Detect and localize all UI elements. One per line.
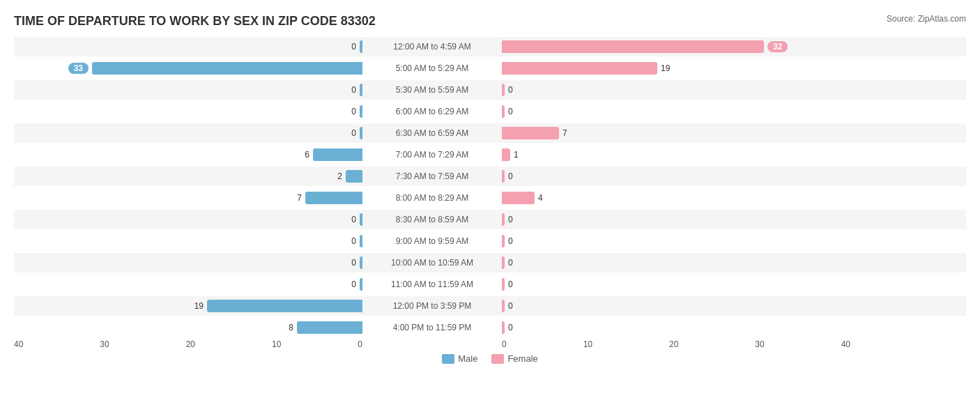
bar-right-wrap: 0 — [502, 84, 850, 96]
bar-right-wrap: 0 — [502, 278, 850, 291]
female-value: 0 — [508, 236, 523, 246]
legend-male: Male — [442, 353, 477, 364]
male-bar — [92, 62, 362, 75]
male-value: 0 — [341, 279, 356, 289]
table-row: 8 4:00 PM to 11:59 PM 0 — [14, 318, 966, 337]
table-row: 0 6:30 AM to 6:59 AM 7 — [14, 123, 966, 143]
axis-right-label: 10 — [583, 339, 592, 349]
female-value: 0 — [508, 215, 523, 224]
bar-right-wrap: 0 — [502, 213, 850, 226]
bar-left-wrap: 8 — [14, 321, 362, 334]
female-bar — [502, 127, 559, 139]
legend-male-box — [442, 354, 454, 364]
female-value: 0 — [508, 85, 523, 95]
bar-left-wrap: 0 — [14, 278, 362, 291]
bar-left-wrap: 33 — [14, 62, 362, 75]
female-value: 7 — [562, 128, 578, 138]
bar-left-wrap: 0 — [14, 256, 362, 269]
bar-left-wrap: 0 — [14, 235, 362, 247]
bar-right-wrap: 7 — [502, 127, 850, 139]
table-row: 0 8:30 AM to 8:59 AM 0 — [14, 210, 966, 229]
legend-female-box — [491, 354, 504, 364]
legend-female: Female — [491, 353, 537, 364]
row-label: 4:00 PM to 11:59 PM — [362, 323, 502, 332]
female-value: 0 — [508, 171, 523, 181]
female-bar — [502, 105, 505, 118]
row-label: 6:00 AM to 6:29 AM — [362, 107, 502, 116]
axis-right: 010203040 — [502, 339, 850, 349]
table-row: 33 5:00 AM to 5:29 AM 19 — [14, 59, 966, 78]
male-value: 0 — [341, 42, 356, 52]
table-row: 0 6:00 AM to 6:29 AM 0 — [14, 102, 966, 121]
female-bar — [502, 256, 505, 269]
female-value: 0 — [508, 107, 523, 116]
bar-right-wrap: 0 — [502, 170, 850, 183]
row-label: 5:00 AM to 5:29 AM — [362, 63, 502, 73]
female-bar — [502, 300, 505, 312]
male-bar — [305, 192, 362, 204]
bar-left-wrap: 0 — [14, 40, 362, 53]
male-bar — [313, 148, 362, 161]
axis-left-label: 0 — [358, 339, 362, 349]
axis-right-label: 0 — [502, 339, 507, 349]
axis-left-label: 30 — [100, 339, 109, 349]
female-bar — [502, 235, 505, 247]
row-label: 10:00 AM to 10:59 AM — [362, 258, 502, 268]
male-value: 0 — [341, 215, 356, 224]
table-row: 0 9:00 AM to 9:59 AM 0 — [14, 231, 966, 251]
bar-right-wrap: 4 — [502, 192, 850, 204]
male-value: 0 — [341, 85, 356, 95]
bar-right-wrap: 1 — [502, 148, 850, 161]
female-bar — [502, 213, 505, 226]
female-bar — [502, 40, 764, 53]
bar-right-wrap: 0 — [502, 300, 850, 312]
female-value: 0 — [508, 279, 523, 289]
axis-right-label: 30 — [755, 339, 764, 349]
bar-left-wrap: 7 — [14, 192, 362, 204]
bar-right-wrap: 0 — [502, 256, 850, 269]
axis-left-label: 40 — [14, 339, 23, 349]
table-row: 0 11:00 AM to 11:59 AM 0 — [14, 275, 966, 294]
axis-right-label: 20 — [669, 339, 678, 349]
row-label: 8:00 AM to 8:29 AM — [362, 193, 502, 203]
source-text: Source: ZipAtlas.com — [887, 14, 966, 24]
male-value: 19 — [188, 301, 204, 311]
table-row: 0 10:00 AM to 10:59 AM 0 — [14, 253, 966, 273]
chart-title: TIME OF DEPARTURE TO WORK BY SEX IN ZIP … — [14, 14, 966, 29]
bar-left-wrap: 6 — [14, 148, 362, 161]
legend-male-label: Male — [458, 353, 477, 364]
female-bar — [502, 278, 505, 291]
row-label: 5:30 AM to 5:59 AM — [362, 85, 502, 95]
female-bar — [502, 84, 505, 96]
female-bar — [502, 62, 657, 75]
bar-right-wrap: 0 — [502, 235, 850, 247]
bar-right-wrap: 0 — [502, 321, 850, 334]
axis-left: 403020100 — [14, 339, 362, 349]
female-value: 0 — [508, 258, 523, 268]
bar-right-wrap: 0 — [502, 105, 850, 118]
row-label: 11:00 AM to 11:59 AM — [362, 279, 502, 289]
axis-left-label: 20 — [186, 339, 195, 349]
female-bar — [502, 170, 505, 183]
bar-left-wrap: 19 — [14, 300, 362, 312]
female-bar — [502, 321, 505, 334]
legend: Male Female — [14, 353, 966, 364]
male-value: 8 — [278, 323, 293, 332]
row-label: 8:30 AM to 8:59 AM — [362, 215, 502, 224]
legend-female-label: Female — [507, 353, 537, 364]
row-label: 9:00 AM to 9:59 AM — [362, 236, 502, 246]
row-label: 7:00 AM to 7:29 AM — [362, 150, 502, 160]
bar-left-wrap: 0 — [14, 105, 362, 118]
male-value: 7 — [286, 193, 302, 203]
bar-right-wrap: 32 — [502, 40, 850, 53]
bar-left-wrap: 0 — [14, 213, 362, 226]
row-label: 7:30 AM to 7:59 AM — [362, 171, 502, 181]
male-badge: 33 — [68, 63, 89, 74]
male-bar — [346, 170, 362, 183]
table-row: 19 12:00 PM to 3:59 PM 0 — [14, 296, 966, 316]
female-value: 0 — [508, 301, 523, 311]
female-value: 4 — [538, 193, 553, 203]
female-value: 0 — [508, 323, 523, 332]
female-value: 19 — [661, 63, 676, 73]
male-value: 0 — [341, 258, 356, 268]
